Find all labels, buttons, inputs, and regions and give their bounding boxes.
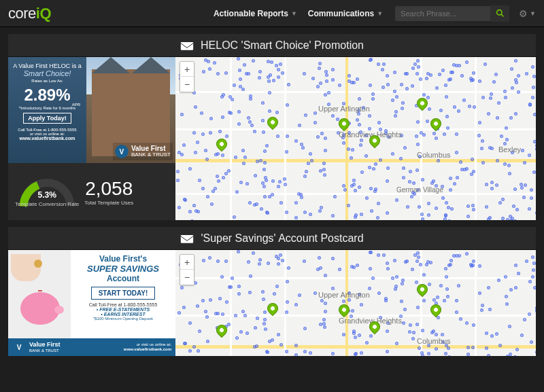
total-uses: 2,058 Total Template Uses (84, 178, 133, 206)
logo-core: core (8, 5, 36, 22)
gauge-value: 5.3% (15, 190, 79, 200)
value-first-logo-icon: V (12, 340, 26, 354)
search-input[interactable] (395, 6, 490, 21)
nav-label: Actionable Reports (214, 9, 288, 18)
map-label: Columbus (417, 337, 451, 345)
promo-start: START TODAY! (91, 287, 156, 300)
stats-row: 5.3% Template Conversion Rate 2,058 Tota… (8, 163, 175, 220)
promo-line: SUPER SAVINGS (75, 264, 171, 274)
map-label: Upper Arlington (318, 105, 370, 113)
promo-url: www.valuefirstbank.com (12, 136, 83, 141)
card-title: HELOC 'Smart Choice' Promotion (201, 39, 364, 52)
logo[interactable]: coreiQ (8, 5, 51, 22)
gauge-label: Template Conversion Rate (15, 201, 79, 207)
map-heloc[interactable]: Upper Arlington Grandview Heights Columb… (175, 57, 536, 220)
promo-image-house: V Value First BANK & TRUST (86, 57, 175, 163)
postcard-icon (180, 233, 194, 244)
map-label: German Village (396, 186, 443, 194)
promo-line: Call Toll-Free at 1-800-555-5555 (75, 302, 171, 307)
promo-line: Rates as Low As: (12, 79, 83, 83)
zoom-out-button[interactable]: − (180, 270, 194, 285)
settings-menu[interactable]: ⚙ ▼ (519, 8, 536, 19)
svg-point-0 (496, 10, 501, 15)
total-uses-value: 2,058 (84, 178, 133, 200)
campaign-card-savings: 'Super Savings' Account Postcard Value F… (8, 227, 536, 356)
map-savings[interactable]: Upper Arlington Grandview Heights Columb… (175, 250, 536, 356)
map-zoom-control: + − (180, 61, 194, 92)
svg-rect-3 (181, 235, 193, 243)
card-header: HELOC 'Smart Choice' Promotion (8, 34, 536, 57)
campaign-card-heloc: HELOC 'Smart Choice' Promotion A Value F… (8, 34, 536, 220)
search (395, 5, 509, 22)
promo-line: or visit us online at: (124, 342, 171, 347)
card-title: 'Super Savings' Account Postcard (201, 232, 363, 245)
zoom-out-button[interactable]: − (180, 77, 194, 92)
promo-preview-savings[interactable]: Value First's SUPER SAVINGS Account STAR… (8, 250, 175, 356)
search-icon (496, 9, 505, 18)
promo-apply: Apply Today! (23, 113, 71, 124)
chevron-down-icon: ▼ (291, 10, 297, 17)
map-label: Columbus (417, 151, 451, 159)
promo-line: Account (75, 274, 171, 283)
promo-line: *$100 Minimum Opening Deposit (75, 317, 171, 321)
svg-line-1 (501, 14, 503, 16)
promo-rate: 2.89% (12, 86, 83, 105)
promo-line: *Introductory Rate for 6 months (12, 106, 83, 110)
conversion-gauge: 5.3% Template Conversion Rate (15, 177, 79, 207)
top-bar: coreiQ Actionable Reports ▼ Communicatio… (0, 0, 544, 27)
postcard-icon (180, 40, 194, 51)
chevron-down-icon: ▼ (530, 10, 536, 17)
svg-rect-2 (181, 42, 193, 50)
map-label: Bexley (498, 145, 521, 154)
promo-line: Value First's (75, 254, 171, 264)
search-button[interactable] (490, 5, 509, 22)
promo-preview-heloc[interactable]: A Value First HELOC is a Smart Choice! R… (8, 57, 175, 163)
promo-url: www.valuefirstbank.com (124, 347, 171, 352)
zoom-in-button[interactable]: + (180, 62, 194, 77)
card-header: 'Super Savings' Account Postcard (8, 227, 536, 250)
nav-communications[interactable]: Communications ▼ (303, 9, 388, 18)
value-first-logo-icon: V (115, 145, 129, 158)
promo-line: • FREE E-STATEMENTS (75, 307, 171, 312)
promo-line: A Value First HELOC is a (12, 63, 83, 69)
nav-actionable-reports[interactable]: Actionable Reports ▼ (208, 9, 303, 18)
brand-sub: BANK & TRUST (29, 349, 61, 353)
gear-icon: ⚙ (519, 8, 528, 19)
map-label: Upper Arlington (318, 291, 370, 299)
nav-label: Communications (308, 9, 374, 18)
promo-line: Smart Choice! (12, 69, 83, 77)
promo-line: • EARNS INTEREST (75, 312, 171, 317)
logo-iq: iQ (36, 5, 51, 22)
chevron-down-icon: ▼ (377, 10, 383, 17)
brand-name: Value First (29, 342, 61, 349)
total-uses-label: Total Template Uses (84, 200, 133, 206)
zoom-in-button[interactable]: + (180, 255, 194, 270)
map-zoom-control: + − (180, 254, 194, 285)
brand-sub: BANK & TRUST (131, 152, 171, 158)
